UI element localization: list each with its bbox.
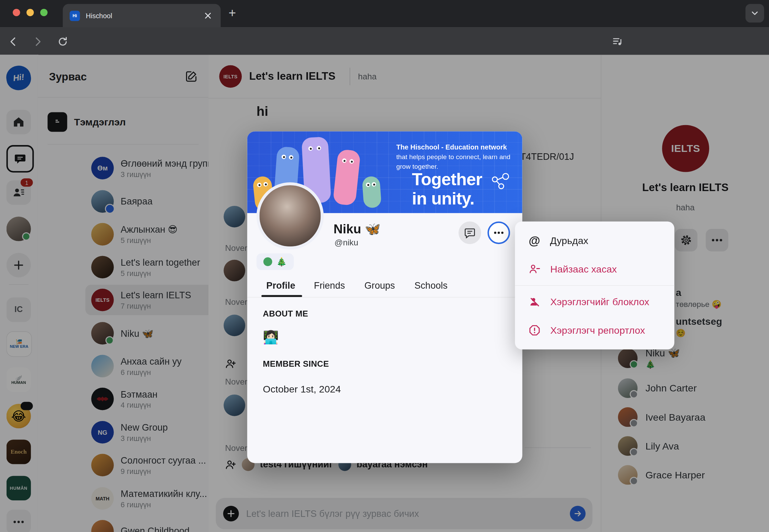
tab-groups[interactable]: Groups bbox=[365, 280, 395, 291]
browser-toolbar: hischool.mn/messages/01JCJ4DDFW3JR5Y479V… bbox=[0, 27, 769, 55]
menu-item-mention[interactable]: @ Дурьдах bbox=[515, 226, 674, 255]
more-dots-icon bbox=[494, 231, 504, 234]
back-icon[interactable] bbox=[8, 36, 19, 47]
profile-username: @niku bbox=[335, 238, 358, 248]
online-dot bbox=[263, 257, 272, 266]
tab-schools[interactable]: Schools bbox=[414, 280, 447, 291]
profile-modal: The Hischool - Education network that he… bbox=[247, 131, 522, 463]
report-icon bbox=[529, 324, 540, 336]
message-icon bbox=[464, 227, 476, 239]
profile-status-pill: 🎄 bbox=[257, 253, 294, 270]
reload-icon[interactable] bbox=[57, 36, 68, 47]
menu-item-unfriend[interactable]: Найзаас хасах bbox=[515, 255, 674, 284]
forward-icon[interactable] bbox=[32, 36, 43, 47]
tab-profile[interactable]: Profile bbox=[266, 280, 295, 291]
browser-window: Hi Hischool + hischool.mn/messages/01JCJ… bbox=[0, 0, 769, 532]
profile-message-button[interactable] bbox=[458, 222, 481, 244]
at-icon: @ bbox=[529, 234, 540, 247]
tab-search-chevron-button[interactable] bbox=[746, 4, 764, 22]
menu-item-report[interactable]: Хэрэглэгч репортлох bbox=[515, 316, 674, 345]
tab-title: Hischool bbox=[86, 12, 112, 20]
active-tab-underline bbox=[261, 295, 302, 297]
hischool-favicon: Hi bbox=[69, 11, 80, 21]
menu-item-block[interactable]: Хэрэглэгчийг блоклох bbox=[515, 288, 674, 316]
new-tab-button[interactable]: + bbox=[229, 5, 236, 21]
zoom-window-button[interactable] bbox=[40, 9, 47, 16]
about-label: ABOUT ME bbox=[263, 309, 308, 319]
person-minus-icon bbox=[529, 263, 540, 275]
minimize-window-button[interactable] bbox=[26, 9, 34, 16]
member-since-label: MEMBER SINCE bbox=[263, 359, 329, 369]
profile-name: Niku 🦋 bbox=[334, 222, 381, 237]
person-block-icon bbox=[529, 296, 540, 308]
profile-context-menu: @ Дурьдах Найзаас хасах Хэрэглэгчийг бло… bbox=[515, 222, 674, 350]
tab-strip: Hi Hischool + bbox=[0, 0, 769, 27]
status-emoji: 🎄 bbox=[276, 257, 286, 267]
molecule-icon bbox=[490, 173, 511, 190]
profile-more-button[interactable] bbox=[487, 222, 510, 244]
banner-text: The Hischool - Education network that he… bbox=[396, 142, 510, 171]
close-tab-icon[interactable] bbox=[203, 11, 213, 21]
tab-friends[interactable]: Friends bbox=[314, 280, 345, 291]
media-controls-icon[interactable] bbox=[611, 36, 623, 47]
member-since-value: October 1st, 2024 bbox=[263, 384, 341, 395]
chevron-down-icon bbox=[750, 9, 759, 18]
browser-tab[interactable]: Hi Hischool bbox=[63, 4, 221, 27]
about-value: 👩🏻‍💻 bbox=[263, 330, 279, 345]
close-window-button[interactable] bbox=[13, 9, 20, 16]
banner-headline: Together in unity. bbox=[412, 169, 482, 208]
profile-avatar bbox=[257, 182, 324, 249]
